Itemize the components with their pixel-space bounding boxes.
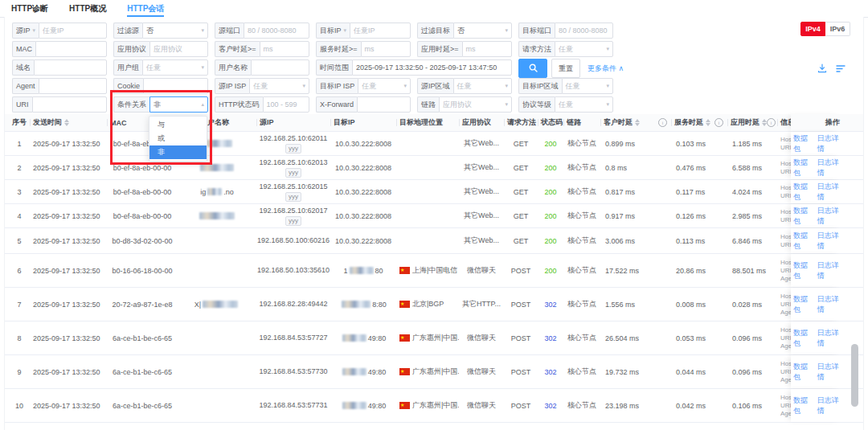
filter-user-group-value: 任意: [146, 63, 161, 73]
log-detail-link[interactable]: 日志详情: [817, 260, 844, 281]
cell-mac: 6a-ce-b1-be-c6-65: [107, 355, 178, 388]
filter-condition-control[interactable]: 非▴: [149, 96, 208, 113]
filter-req-method-control[interactable]: 任意▾: [555, 41, 613, 57]
filter-uri-control[interactable]: [32, 96, 108, 113]
cell-t_client: 3.006 ms: [600, 228, 671, 253]
filter-src-ip-control[interactable]: 任意IP: [39, 23, 107, 39]
cell-t_app: 6.588 ms: [727, 156, 777, 179]
log-detail-link[interactable]: 日志详情: [817, 206, 844, 227]
log-detail-link[interactable]: 日志详情: [817, 182, 844, 203]
tab-http-session[interactable]: HTTP会话: [127, 0, 164, 17]
column-header-t_server[interactable]: 服务时延i: [671, 114, 727, 131]
filter-domain: 域名: [12, 59, 107, 76]
packet-link[interactable]: 数据包: [793, 260, 813, 281]
src-tag: yyy: [285, 192, 301, 202]
filter-protocol-level: 协议等级任意▾: [518, 96, 613, 113]
packet-link[interactable]: 数据包: [793, 231, 813, 252]
info-icon[interactable]: i: [714, 118, 723, 127]
info-line: URI: [780, 334, 792, 342]
condition-option-与[interactable]: 与: [149, 118, 207, 132]
log-detail-link[interactable]: 日志详情: [817, 328, 844, 349]
condition-option-或[interactable]: 或: [149, 132, 207, 145]
filter-user-group: 用户组任意▾: [113, 59, 208, 76]
packet-link[interactable]: 数据包: [793, 206, 813, 227]
ipv4-button[interactable]: IPv4: [800, 22, 825, 36]
sort-filter-icon[interactable]: [836, 64, 845, 73]
column-header-time[interactable]: 发送时间: [30, 114, 107, 131]
filter-server-delay-label: 服务时延>=: [316, 41, 361, 57]
filter-cookie-control[interactable]: [143, 78, 208, 94]
filter-filter-dst: 过滤目标否▾: [417, 23, 512, 39]
filter-src-region-control[interactable]: 任意▾: [453, 78, 512, 94]
filter-agent-control[interactable]: [39, 78, 107, 94]
filter-server-delay-control[interactable]: ms: [361, 41, 411, 57]
filter-user-group-control[interactable]: 任意▾: [142, 59, 208, 76]
filter-client-delay-control[interactable]: ms: [260, 41, 309, 57]
tab-http-diagnosis[interactable]: HTTP诊断: [11, 0, 48, 17]
filter-http-status-control[interactable]: 100 - 599: [263, 96, 310, 113]
cell-mac: b0-ef-8a-eb-00-00: [107, 180, 178, 203]
info-icon[interactable]: i: [658, 118, 667, 127]
sort-icon[interactable]: [706, 119, 710, 126]
filter-domain-control[interactable]: [34, 59, 107, 76]
filter-row-4: AgentCookie源IP ISP任意▾目标IP ISP任意▾源IP区域任意▾…: [12, 78, 613, 94]
log-detail-link[interactable]: 日志详情: [817, 294, 844, 315]
filter-filter-src-control[interactable]: 否▾: [142, 23, 208, 39]
cell-link: 核心节点: [563, 355, 600, 388]
vertical-scrollbar-thumb[interactable]: [851, 344, 858, 407]
filter-dst-port-control[interactable]: 80 / 8000-8080: [555, 23, 613, 39]
filter-src-port-control[interactable]: 80 / 8000-8080: [244, 23, 309, 39]
cell-app: 微信聊天: [459, 254, 504, 287]
more-conditions-link[interactable]: 更多条件 ∧: [588, 63, 624, 74]
cell-geo: ★广东惠州|中国...: [396, 355, 459, 388]
info-icon[interactable]: i: [767, 118, 776, 127]
filter-user-name-control[interactable]: [251, 59, 309, 76]
condition-option-非[interactable]: 非: [149, 145, 207, 159]
filter-app-protocol-control[interactable]: 应用协议: [149, 41, 208, 57]
column-header-t_app[interactable]: 应用时延i: [727, 114, 777, 131]
filter-agent: Agent: [12, 78, 107, 94]
cell-geo: [396, 204, 459, 227]
filter-x-forward-control[interactable]: [357, 96, 411, 113]
filter-time-range-control[interactable]: 2025-09-17 13:32:50 - 2025-09-17 13:47:5…: [352, 59, 512, 76]
packet-link[interactable]: 数据包: [793, 158, 813, 178]
filter-link-control[interactable]: 应用协议▾: [439, 96, 512, 113]
censored-blur: [200, 164, 234, 171]
log-detail-link[interactable]: 日志详情: [817, 231, 844, 252]
log-detail-link[interactable]: 日志详情: [817, 395, 844, 416]
filter-dst-ip-control[interactable]: 任意IP: [350, 23, 411, 39]
log-detail-link[interactable]: 日志详情: [817, 158, 844, 178]
download-icon[interactable]: [817, 63, 827, 73]
cell-link: 核心节点: [563, 132, 600, 155]
column-header-t_client[interactable]: 客户时延i: [600, 114, 671, 131]
filter-dst-region-control[interactable]: 任意▾: [562, 78, 613, 94]
ipv6-button[interactable]: IPv6: [825, 22, 850, 36]
reset-button[interactable]: 重置: [551, 59, 580, 78]
filter-mac-label: MAC: [12, 41, 35, 57]
packet-link[interactable]: 数据包: [793, 362, 813, 383]
filter-src-isp-control[interactable]: 任意▾: [249, 78, 309, 94]
sort-icon[interactable]: [635, 119, 640, 126]
filter-req-method-label: 请求方法: [518, 41, 555, 57]
packet-link[interactable]: 数据包: [793, 182, 813, 203]
log-detail-link[interactable]: 日志详情: [817, 133, 844, 154]
filter-time-range-label: 时间范围: [316, 59, 352, 76]
filter-dst-isp-control[interactable]: 任意▾: [358, 78, 411, 94]
filter-mac-control[interactable]: [35, 41, 107, 57]
filter-filter-dst-control[interactable]: 否▾: [453, 23, 512, 39]
cell-t_server: 0.053 ms: [671, 321, 727, 354]
search-button[interactable]: [518, 59, 547, 78]
packet-link[interactable]: 数据包: [793, 395, 813, 416]
info-line: URI: [780, 168, 792, 176]
filter-protocol-level-control[interactable]: 任意▾: [555, 96, 613, 113]
cell-time: 2025-09-17 13:32:50: [30, 228, 107, 253]
log-detail-link[interactable]: 日志详情: [817, 362, 844, 383]
cell-mac: 20-72-a9-87-1e-e8: [107, 288, 178, 321]
tab-http-overview[interactable]: HTTP概况: [69, 0, 106, 17]
filter-app-delay-control[interactable]: ms: [462, 41, 512, 57]
sort-icon[interactable]: [64, 119, 69, 126]
packet-link[interactable]: 数据包: [793, 328, 813, 349]
packet-link[interactable]: 数据包: [793, 133, 813, 154]
packet-link[interactable]: 数据包: [793, 294, 813, 315]
cell-src: 192.168.50.103:35610: [256, 254, 330, 287]
